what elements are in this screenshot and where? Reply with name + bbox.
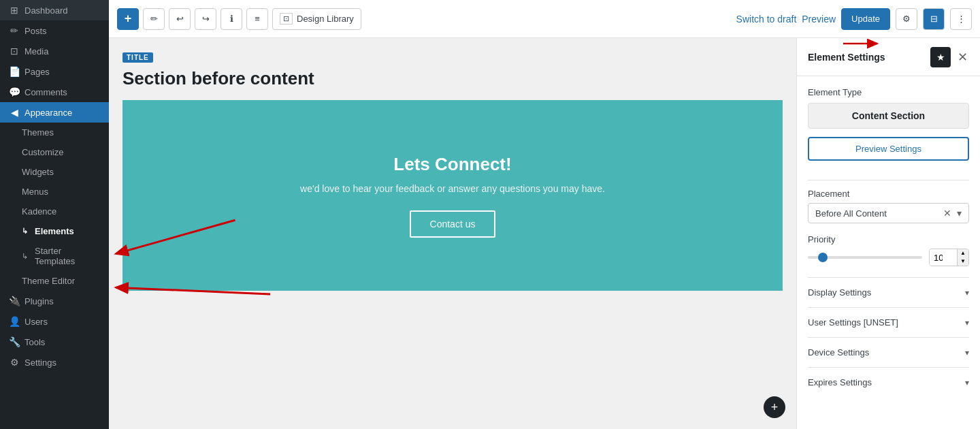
- priority-down-button[interactable]: ▼: [958, 257, 968, 266]
- placement-clear-button[interactable]: ✕: [943, 208, 951, 219]
- sidebar-item-pages[interactable]: 📄 Pages: [0, 61, 109, 82]
- title-badge: TITLE: [122, 52, 153, 63]
- edit-button[interactable]: ✏: [143, 8, 165, 30]
- priority-row: 10 ▲ ▼: [808, 249, 969, 266]
- media-icon: ⊡: [8, 46, 20, 57]
- sidebar-item-label: Users: [24, 317, 48, 327]
- sidebar-item-tools[interactable]: 🔧 Tools: [0, 332, 109, 352]
- connect-subtext: we'd love to hear your feedback or answe…: [300, 183, 605, 194]
- sidebar-item-kadence[interactable]: Kadence: [15, 202, 109, 221]
- device-settings-header[interactable]: Device Settings ▾: [808, 347, 969, 358]
- preview-settings-button[interactable]: Preview Settings: [808, 137, 969, 161]
- sidebar-item-media[interactable]: ⊡ Media: [0, 41, 109, 61]
- elements-hook-icon: ↳: [22, 227, 28, 236]
- dashboard-icon: ⊞: [8, 5, 20, 16]
- sidebar-item-settings[interactable]: ⚙ Settings: [0, 352, 109, 372]
- more-icon: ⋮: [957, 14, 966, 24]
- sidebar-item-label: Settings: [24, 358, 56, 368]
- undo-icon: ↩: [176, 14, 184, 24]
- info-button[interactable]: ℹ: [220, 8, 242, 30]
- sidebar-item-label: Plugins: [24, 296, 54, 306]
- sidebar-item-themes[interactable]: Themes: [15, 123, 109, 142]
- comments-icon: 💬: [8, 86, 20, 97]
- add-block-button[interactable]: +: [117, 8, 139, 30]
- plugins-icon: 🔌: [8, 296, 20, 306]
- update-button[interactable]: Update: [841, 8, 890, 30]
- sidebar-item-theme-editor[interactable]: Theme Editor: [15, 271, 109, 291]
- panel-header-right: ★ ✕: [925, 47, 969, 67]
- connect-heading: Lets Connect!: [393, 154, 511, 175]
- panel-body: Element Type Content Section Preview Set…: [797, 76, 980, 429]
- more-options-button[interactable]: ⋮: [950, 8, 972, 30]
- sidebar-label: Widgets: [22, 167, 54, 177]
- display-settings-header[interactable]: Display Settings ▾: [808, 287, 969, 298]
- device-chevron-icon: ▾: [965, 348, 969, 358]
- close-panel-button[interactable]: ✕: [956, 50, 969, 65]
- sidebar-item-plugins[interactable]: 🔌 Plugins: [0, 291, 109, 311]
- content-area: TITLE Section before content Lets Connec…: [109, 38, 796, 429]
- expires-settings-label: Expires Settings: [808, 377, 872, 387]
- sidebar-item-label: Media: [24, 46, 48, 57]
- placement-select[interactable]: Before All Content ✕ ▾: [808, 203, 969, 223]
- settings-gear-button[interactable]: ⚙: [896, 8, 917, 30]
- toolbar-right: Switch to draft Preview Update ⚙ ⊟ ⋮: [736, 8, 972, 30]
- sidebar: ⊞ Dashboard ✏ Posts ⊡ Media 📄 Pages 💬 Co…: [0, 0, 109, 429]
- right-panel: Element Settings: [796, 38, 980, 429]
- sidebar-item-customize[interactable]: Customize: [15, 142, 109, 162]
- editor-body: TITLE Section before content Lets Connec…: [109, 38, 980, 429]
- sidebar-label: Starter Templates: [35, 246, 103, 266]
- gear-icon: ⚙: [902, 14, 911, 24]
- design-library-label: Design Library: [297, 14, 354, 24]
- panel-toggle-button[interactable]: ⊟: [923, 8, 945, 30]
- add-float-button[interactable]: +: [764, 396, 785, 418]
- expires-settings-header[interactable]: Expires Settings ▾: [808, 377, 969, 387]
- star-button[interactable]: ★: [930, 47, 951, 67]
- element-type-label: Element Type: [808, 87, 969, 97]
- priority-label: Priority: [808, 234, 969, 244]
- expires-settings-section: Expires Settings ▾: [808, 367, 969, 397]
- preview-link[interactable]: Preview: [802, 14, 836, 25]
- sidebar-label: Theme Editor: [22, 276, 75, 286]
- sidebar-item-appearance[interactable]: ◀ Appearance: [0, 102, 109, 123]
- placement-label: Placement: [808, 189, 969, 199]
- sidebar-item-menus[interactable]: Menus: [15, 182, 109, 202]
- close-icon: ✕: [958, 50, 968, 64]
- posts-icon: ✏: [8, 25, 20, 36]
- contact-us-button[interactable]: Contact us: [410, 210, 496, 238]
- sidebar-item-widgets[interactable]: Widgets: [15, 162, 109, 182]
- sidebar-item-comments[interactable]: 💬 Comments: [0, 82, 109, 102]
- display-settings-label: Display Settings: [808, 287, 871, 298]
- sidebar-item-posts[interactable]: ✏ Posts: [0, 20, 109, 41]
- design-library-button[interactable]: ⊡ Design Library: [272, 8, 361, 30]
- sidebar-item-label: Posts: [24, 26, 47, 36]
- sidebar-item-starter-templates[interactable]: ↳ Starter Templates: [15, 241, 109, 271]
- user-settings-header[interactable]: User Settings [UNSET] ▾: [808, 317, 969, 328]
- preview-section: Lets Connect! we'd love to hear your fee…: [122, 100, 783, 291]
- panel-icon: ⊟: [930, 14, 938, 24]
- content-section-button[interactable]: Content Section: [808, 103, 969, 129]
- divider: [808, 180, 969, 180]
- sidebar-item-label: Pages: [24, 67, 50, 77]
- sidebar-item-users[interactable]: 👤 Users: [0, 311, 109, 332]
- switch-draft-link[interactable]: Switch to draft: [736, 14, 797, 25]
- sidebar-label: Elements: [35, 226, 74, 236]
- settings-icon: ⚙: [8, 357, 20, 368]
- sidebar-item-label: Dashboard: [24, 5, 68, 16]
- redo-button[interactable]: ↪: [195, 8, 216, 30]
- sidebar-item-elements[interactable]: ↳ Elements: [15, 221, 109, 241]
- priority-slider[interactable]: [808, 256, 922, 259]
- sidebar-item-dashboard[interactable]: ⊞ Dashboard: [0, 0, 109, 20]
- list-view-button[interactable]: ≡: [246, 8, 268, 30]
- device-settings-label: Device Settings: [808, 347, 869, 358]
- panel-arrow-svg: [843, 38, 884, 54]
- sidebar-item-label: Comments: [24, 87, 67, 97]
- main-area: + ✏ ↩ ↪ ℹ ≡ ⊡ Design Library Switch to d…: [109, 0, 980, 429]
- priority-up-button[interactable]: ▲: [958, 249, 968, 257]
- user-settings-section: User Settings [UNSET] ▾: [808, 307, 969, 337]
- priority-input[interactable]: 10: [930, 250, 957, 266]
- sidebar-label: Themes: [22, 127, 54, 138]
- undo-button[interactable]: ↩: [169, 8, 191, 30]
- sidebar-label: Kadence: [22, 206, 56, 217]
- expires-chevron-icon: ▾: [965, 378, 969, 387]
- toolbar: + ✏ ↩ ↪ ℹ ≡ ⊡ Design Library Switch to d…: [109, 0, 980, 38]
